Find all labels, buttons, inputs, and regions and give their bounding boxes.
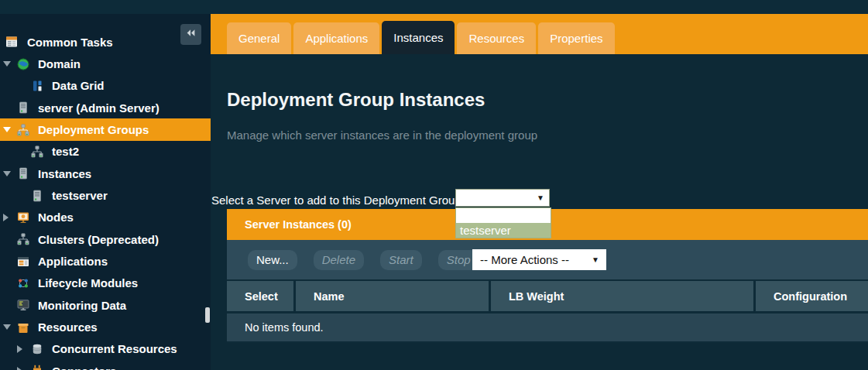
expand-toggle-icon[interactable]: [17, 345, 31, 353]
sidebar-scrollbar-thumb[interactable]: [205, 307, 210, 323]
sidebar-item-applications[interactable]: Applications: [0, 250, 211, 272]
tab-properties[interactable]: Properties: [538, 22, 614, 54]
data-grid-icon: [31, 80, 43, 92]
sidebar-item-label: Nodes: [38, 211, 74, 224]
server-icon: [17, 101, 29, 114]
sidebar-tree: Common Tasks Domain Data Grid server (Ad…: [0, 31, 211, 370]
tab-applications[interactable]: Applications: [293, 22, 379, 54]
column-header-name: Name: [296, 281, 491, 311]
tab-general[interactable]: General: [227, 22, 291, 54]
more-actions-select[interactable]: -- More Actions -- ▼: [472, 249, 606, 270]
sidebar-item-label: Domain: [38, 57, 81, 70]
expand-toggle-icon[interactable]: [3, 171, 17, 176]
chevron-down-icon: ▼: [537, 194, 544, 202]
sidebar-item-label: Data Grid: [52, 79, 105, 92]
server-select-label: Select a Server to add to this Deploymen…: [211, 194, 465, 207]
sidebar-item-label: Concurrent Resources: [52, 342, 177, 355]
globe-icon: [17, 58, 29, 70]
sidebar-item-clusters[interactable]: Clusters (Deprecated): [0, 228, 211, 250]
sidebar-item-label: test2: [52, 145, 79, 158]
expand-toggle-icon[interactable]: [17, 367, 31, 370]
sidebar-item-data-grid[interactable]: Data Grid: [0, 75, 211, 97]
main-content: General Applications Instances Resources…: [211, 14, 868, 370]
sidebar-item-test2[interactable]: test2: [0, 141, 211, 163]
dropdown-option-testserver[interactable]: testserver: [456, 223, 551, 238]
page-subtitle: Manage which server instances are in the…: [227, 128, 537, 142]
box-icon: [17, 321, 29, 334]
database-icon: [31, 343, 43, 355]
tab-bar: General Applications Instances Resources…: [211, 14, 868, 54]
column-header-lb-weight: LB Weight: [491, 281, 756, 311]
monitoring-icon: [17, 299, 29, 311]
sidebar-item-common-tasks[interactable]: Common Tasks: [0, 31, 211, 53]
expand-toggle-icon[interactable]: [3, 61, 17, 67]
new-button[interactable]: New...: [248, 250, 297, 270]
page-title: Deployment Group Instances: [227, 89, 485, 111]
panel-title: Server Instances (0): [245, 218, 352, 231]
start-button: Start: [380, 250, 422, 270]
plug-icon: [31, 365, 43, 370]
table-empty-row: No items found.: [227, 311, 868, 343]
sidebar-item-monitoring-data[interactable]: Monitoring Data: [0, 294, 211, 316]
sidebar-item-instances[interactable]: Instances: [0, 163, 211, 184]
sidebar-item-label: Connectors: [52, 365, 116, 370]
sidebar-item-label: Resources: [38, 320, 98, 334]
sidebar: Common Tasks Domain Data Grid server (Ad…: [0, 14, 211, 370]
sidebar-item-label: Monitoring Data: [38, 299, 126, 312]
sidebar-item-deployment-groups[interactable]: Deployment Groups: [0, 118, 211, 140]
dropdown-option-empty[interactable]: [456, 208, 551, 223]
tab-resources[interactable]: Resources: [457, 22, 536, 54]
sidebar-item-label: Deployment Groups: [38, 123, 149, 136]
sidebar-item-admin-server[interactable]: server (Admin Server): [0, 97, 211, 118]
sidebar-item-label: Common Tasks: [27, 36, 113, 49]
sidebar-item-nodes[interactable]: Nodes: [0, 207, 211, 228]
monitor-icon: [17, 211, 29, 224]
empty-message: No items found.: [245, 321, 324, 334]
tasks-icon: [5, 36, 18, 48]
cluster-icon: [31, 146, 43, 158]
chevron-down-icon: ▼: [592, 256, 599, 264]
toolbar: New... Delete Start Stop -- More Actions…: [227, 240, 868, 279]
table-header: Select Name LB Weight Configuration: [227, 279, 868, 311]
sidebar-item-lifecycle-modules[interactable]: Lifecycle Modules: [0, 272, 211, 294]
sidebar-item-label: Lifecycle Modules: [38, 276, 138, 289]
sidebar-item-concurrent-resources[interactable]: Concurrent Resources: [0, 338, 211, 360]
sidebar-item-testserver[interactable]: testserver: [0, 184, 211, 206]
window-icon: [17, 255, 29, 268]
sidebar-item-connectors[interactable]: Connectors: [0, 360, 211, 370]
sidebar-item-label: testserver: [52, 189, 108, 202]
server-select-dropdown: testserver: [455, 207, 551, 238]
server-icon: [31, 190, 43, 202]
column-header-select: Select: [227, 281, 296, 311]
expand-toggle-icon[interactable]: [3, 324, 17, 330]
cluster-icon: [17, 124, 29, 136]
cluster-icon: [17, 233, 29, 245]
more-actions-value: -- More Actions --: [480, 253, 569, 266]
sidebar-item-domain[interactable]: Domain: [0, 53, 211, 74]
sidebar-item-label: Applications: [38, 255, 108, 268]
sidebar-item-label: Clusters (Deprecated): [38, 233, 159, 246]
sidebar-item-label: server (Admin Server): [38, 101, 160, 115]
lifecycle-icon: [17, 277, 29, 289]
expand-toggle-icon[interactable]: [3, 214, 17, 221]
sidebar-item-label: Instances: [38, 167, 91, 180]
delete-button: Delete: [314, 250, 364, 270]
sidebar-item-resources[interactable]: Resources: [0, 316, 211, 337]
server-select[interactable]: ▼: [455, 189, 550, 207]
expand-toggle-icon[interactable]: [3, 127, 17, 132]
server-icon: [17, 167, 29, 180]
column-header-configuration: Configuration: [756, 281, 868, 311]
tab-instances[interactable]: Instances: [382, 21, 455, 54]
